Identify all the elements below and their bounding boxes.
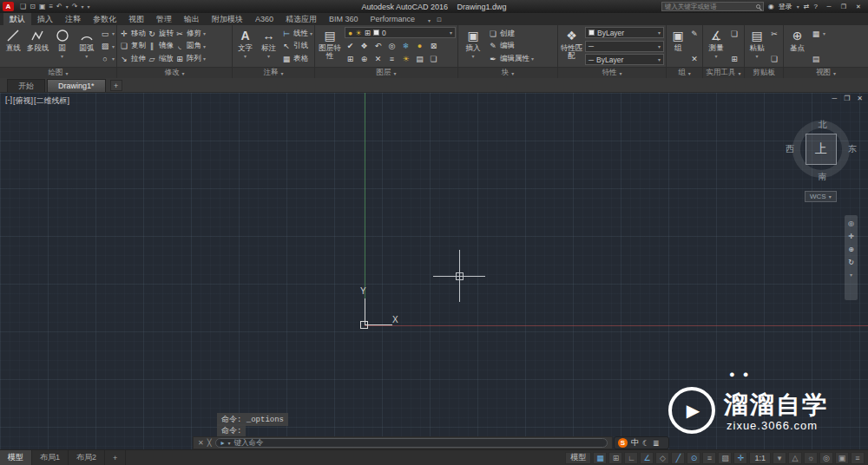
qat-customize-icon[interactable]: ▾ — [88, 3, 90, 10]
match-properties-button[interactable]: ❖ 特性匹配 — [560, 26, 583, 66]
command-customize-icon[interactable]: ╳ — [207, 439, 212, 447]
object-snap-icon[interactable]: ⊙ — [687, 452, 700, 464]
layer-unlock-icon[interactable]: ⊞ — [345, 55, 356, 63]
layout2-tab[interactable]: 布局2 — [69, 450, 105, 465]
panel-label-annotation[interactable]: 注释▾ — [233, 67, 314, 78]
navbar-caret-icon[interactable]: ▾ — [850, 272, 852, 278]
copy-clip-button[interactable]: ❏ — [769, 53, 779, 64]
snap-icon[interactable]: ⊞ — [608, 452, 622, 464]
layer-thaw-all-icon[interactable]: ☀ — [400, 55, 411, 63]
linear-button[interactable]: ⊢线性▾ — [281, 28, 312, 39]
insert-caret-icon[interactable]: ▾ — [471, 53, 474, 61]
save-icon[interactable]: ▣ — [39, 3, 46, 10]
plot-icon[interactable]: ≡ — [49, 3, 53, 10]
layer-dropdown[interactable]: ● ☀ ⊞ 0 ▾ — [345, 27, 456, 38]
object-color-dropdown[interactable]: ByLayer ▾ — [585, 27, 664, 38]
signin-icon[interactable]: ◉ — [768, 3, 774, 10]
window-close-button[interactable]: ✕ — [852, 2, 865, 12]
ribbon-options-caret-icon[interactable]: ▾ — [428, 17, 431, 23]
workspace-gear-icon[interactable]: ☼ — [804, 452, 818, 464]
ribbon-tab-output[interactable]: 输出 — [178, 13, 206, 25]
fillet-button[interactable]: ◟圆角▾ — [174, 41, 206, 52]
ungroup-button[interactable]: ✕ — [689, 53, 700, 64]
viewcube-north[interactable]: 北 — [781, 119, 864, 131]
trim-button[interactable]: ✂修剪▾ — [174, 28, 206, 39]
ellipse-button[interactable]: ○▾ — [100, 53, 115, 64]
orbit-icon[interactable]: ↻ — [848, 259, 854, 266]
viewport-config-button[interactable]: ▦▾ — [811, 28, 825, 39]
ribbon-tab-addins[interactable]: 附加模块 — [206, 13, 249, 25]
match-layer-icon[interactable]: ❖ — [358, 42, 370, 50]
layer-properties-button[interactable]: ▤ 图层特性 — [317, 26, 343, 66]
sogou-logo-icon[interactable]: S — [618, 438, 628, 448]
doc-minimize-icon[interactable]: ─ — [832, 95, 837, 102]
arc-caret-icon[interactable]: ▾ — [85, 53, 88, 61]
zoom-icon[interactable]: ⊕ — [848, 246, 854, 253]
dimension-button[interactable]: ↔ 标注 ▾ — [258, 26, 279, 66]
viewcube-top-face[interactable]: 上 — [806, 134, 837, 165]
panel-label-block[interactable]: 块▾ — [458, 67, 557, 78]
annotation-scale-label[interactable]: 1:1 — [749, 452, 771, 464]
edit-block-button[interactable]: ✎编辑 — [488, 41, 534, 52]
create-block-button[interactable]: ❏创建 — [488, 28, 534, 39]
pan-icon[interactable]: ✛ — [848, 232, 854, 240]
doc-restore-icon[interactable]: ❐ — [844, 95, 850, 102]
signin-caret-icon[interactable]: ▾ — [797, 3, 799, 10]
customize-icon[interactable]: ≡ — [851, 452, 865, 464]
annotation-visibility-icon[interactable]: △ — [788, 452, 802, 464]
search-icon[interactable] — [756, 4, 760, 9]
viewport-menu-control[interactable]: [-] — [5, 95, 12, 107]
new-layer-icon[interactable]: ❏ — [428, 55, 439, 63]
rotate-button[interactable]: ↻旋转 — [147, 28, 174, 39]
circle-button[interactable]: 圆 ▾ — [51, 26, 74, 66]
ribbon-tab-a360[interactable]: A360 — [249, 13, 279, 25]
viewcube-south[interactable]: 南 — [781, 171, 864, 183]
base-button[interactable]: ⊕ 基点 — [786, 26, 809, 66]
layer-isolate-icon[interactable]: ◎ — [386, 42, 398, 50]
layer-delete-icon[interactable]: ✕ — [372, 55, 384, 63]
file-tab-drawing1[interactable]: Drawing1* — [47, 79, 106, 92]
rectangle-button[interactable]: ▭▾ — [100, 28, 115, 39]
lineweight-dropdown[interactable]: ─ ▾ — [585, 41, 664, 52]
panel-label-layers[interactable]: 图层▾ — [315, 67, 457, 78]
redo-caret-icon[interactable]: ▾ — [82, 3, 84, 10]
viewport-view-control[interactable]: [俯视] — [13, 95, 33, 107]
wcs-dropdown[interactable]: WCS ▾ — [805, 191, 837, 202]
lineweight-display-icon[interactable]: ≡ — [702, 452, 716, 464]
quick-calculator-button[interactable]: ⊞ — [729, 53, 740, 64]
edit-attrib-button[interactable]: ✒编辑属性▾ — [488, 53, 534, 64]
layout1-tab[interactable]: 布局1 — [32, 450, 69, 465]
window-minimize-button[interactable]: ─ — [822, 2, 836, 12]
new-icon[interactable]: ❏ — [20, 3, 26, 10]
dynamic-input-icon[interactable]: ✛ — [733, 452, 747, 464]
panel-label-utilities[interactable]: 实用工具▾ — [703, 67, 744, 78]
circle-caret-icon[interactable]: ▾ — [61, 53, 63, 61]
previous-layer-icon[interactable]: ↶ — [372, 42, 384, 50]
ribbon-tab-featured-apps[interactable]: 精选应用 — [279, 13, 323, 25]
hatch-button[interactable]: ▨▾ — [100, 41, 115, 52]
help-icon[interactable]: ? — [814, 3, 818, 10]
viewport-visual-style-control[interactable]: [二维线框] — [34, 95, 69, 107]
panel-label-view[interactable]: 视图▾ — [784, 67, 868, 78]
mirror-button[interactable]: ∥镜像 — [147, 41, 174, 52]
command-input[interactable]: ▸ ▾ 键入命令 — [215, 438, 608, 448]
window-maximize-button[interactable]: ❐ — [837, 2, 851, 12]
panel-label-modify[interactable]: 修改▾ — [117, 67, 232, 78]
arc-button[interactable]: 圆弧 ▾ — [76, 26, 98, 66]
paste-button[interactable]: ▤ 粘贴 ▾ — [746, 26, 767, 66]
ribbon-tab-manage[interactable]: 管理 — [150, 13, 178, 25]
insert-block-button[interactable]: ▣ 插入 ▾ — [460, 26, 486, 66]
layer-freeze-icon[interactable]: ❄ — [400, 42, 411, 50]
polar-tracking-icon[interactable]: ∠ — [640, 452, 654, 464]
copy-button[interactable]: ❏复制 — [119, 41, 146, 52]
dimension-caret-icon[interactable]: ▾ — [267, 53, 270, 61]
scale-caret-icon[interactable]: ▾ — [773, 452, 786, 464]
grid-icon[interactable]: ▦ — [593, 452, 607, 464]
doc-close-icon[interactable]: ✕ — [857, 95, 863, 102]
group-edit-button[interactable]: ✎ — [689, 28, 700, 39]
file-tab-start[interactable]: 开始 — [7, 79, 45, 92]
ribbon-tab-parametric[interactable]: 参数化 — [87, 13, 122, 25]
layer-walk-icon[interactable]: ≡ — [386, 55, 398, 63]
ribbon-tab-insert[interactable]: 插入 — [31, 13, 59, 25]
layer-states-icon[interactable]: ▤ — [414, 55, 425, 63]
